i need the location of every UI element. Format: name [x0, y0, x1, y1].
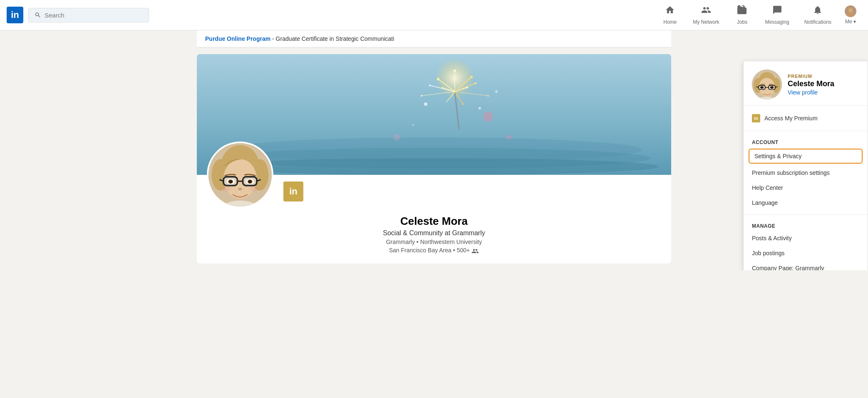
nav-notifications[interactable]: Notifications: [798, 2, 838, 28]
profile-location: San Francisco Bay Area • 500+: [207, 247, 661, 254]
badge-text: in: [289, 186, 298, 197]
search-icon: [35, 12, 41, 18]
profile-avatar: [207, 142, 273, 208]
svg-point-28: [421, 95, 422, 97]
access-premium-item[interactable]: in Access My Premium: [744, 110, 868, 127]
nav-messaging[interactable]: Messaging: [759, 2, 796, 28]
premium-badge: PREMIUM: [788, 74, 859, 79]
connections-count: 500+: [457, 247, 470, 254]
svg-point-6: [209, 158, 659, 175]
language-label: Language: [752, 199, 778, 206]
notifications-icon: [813, 5, 823, 17]
messaging-icon: [772, 5, 782, 17]
premium-subscription-label: Premium subscription settings: [752, 169, 830, 176]
svg-point-17: [437, 78, 439, 80]
svg-point-54: [249, 180, 251, 183]
profile-info: Celeste Mora Social & Community at Gramm…: [197, 208, 671, 264]
linkedin-profile-badge: in: [283, 182, 303, 201]
svg-point-33: [424, 102, 427, 106]
profile-name: Celeste Mora: [207, 215, 661, 228]
dropdown-user-info: PREMIUM Celeste Mora View profile: [788, 74, 859, 96]
nav-jobs[interactable]: Jobs: [728, 2, 757, 28]
dropdown-avatar: [752, 70, 782, 100]
nav-me[interactable]: Me ▾: [840, 2, 861, 28]
view-profile-link[interactable]: View profile: [788, 89, 859, 96]
profile-headline: Social & Community at Grammarly: [207, 229, 661, 237]
svg-point-55: [238, 188, 242, 190]
svg-point-31: [393, 134, 400, 141]
svg-point-34: [479, 107, 481, 109]
svg-point-22: [475, 82, 477, 85]
svg-point-27: [487, 95, 489, 97]
svg-point-1: [848, 8, 853, 13]
ad-banner: Purdue Online Program - Graduate Certifi…: [197, 30, 671, 47]
svg-point-21: [462, 103, 464, 105]
me-label: Me ▾: [845, 19, 856, 25]
account-section: ACCOUNT Settings & Privacy Premium subsc…: [744, 131, 868, 215]
svg-point-32: [506, 135, 511, 140]
profile-avatar-area: in: [197, 175, 671, 208]
messaging-label: Messaging: [765, 19, 789, 25]
search-input[interactable]: [45, 12, 143, 19]
company-page-label: Company Page: Grammarly: [752, 265, 824, 270]
me-avatar: [845, 5, 856, 17]
nav-home[interactable]: Home: [655, 2, 684, 28]
linkedin-logo[interactable]: in: [7, 7, 23, 23]
main-content: Purdue Online Program - Graduate Certifi…: [197, 30, 671, 270]
manage-section-label: MANAGE: [744, 219, 868, 231]
svg-point-57: [250, 186, 259, 192]
jobs-label: Jobs: [737, 19, 747, 25]
svg-point-30: [483, 112, 493, 122]
premium-subscription-item[interactable]: Premium subscription settings: [744, 165, 868, 180]
svg-point-19: [466, 87, 468, 88]
navbar: in Home My Network Jobs: [0, 0, 868, 30]
svg-point-29: [454, 70, 456, 72]
posts-activity-label: Posts & Activity: [752, 235, 792, 241]
my-network-icon: [701, 5, 711, 17]
svg-point-36: [412, 124, 414, 126]
svg-point-56: [221, 186, 231, 192]
svg-point-35: [495, 90, 498, 93]
access-premium-label: Access My Premium: [764, 115, 818, 122]
nav-items: Home My Network Jobs Messaging Notificat…: [655, 2, 861, 28]
svg-point-51: [229, 180, 232, 183]
nav-my-network[interactable]: My Network: [686, 2, 726, 28]
page-wrapper: Purdue Online Program - Graduate Certifi…: [0, 30, 868, 270]
connections-icon: [471, 247, 479, 253]
settings-privacy-label: Settings & Privacy: [754, 153, 802, 159]
account-section-label: ACCOUNT: [744, 135, 868, 147]
premium-icon: in: [752, 114, 760, 122]
home-label: Home: [663, 19, 677, 25]
svg-point-23: [429, 85, 431, 86]
svg-point-20: [441, 87, 443, 88]
jobs-icon: [737, 5, 747, 17]
job-postings-label: Job postings: [752, 250, 785, 256]
settings-privacy-item[interactable]: Settings & Privacy: [749, 149, 863, 164]
manage-section: MANAGE Posts & Activity Job postings Com…: [744, 215, 868, 270]
home-icon: [665, 5, 675, 17]
location-separator: •: [453, 247, 455, 254]
notifications-label: Notifications: [804, 19, 831, 25]
svg-point-71: [760, 86, 764, 89]
access-premium-section: in Access My Premium: [744, 106, 868, 131]
location-text: San Francisco Bay Area: [389, 247, 451, 254]
ad-link[interactable]: Purdue Online Program: [205, 35, 270, 42]
dropdown-user-name: Celeste Mora: [788, 80, 859, 88]
job-postings-item[interactable]: Job postings: [744, 246, 868, 261]
posts-activity-item[interactable]: Posts & Activity: [744, 231, 868, 246]
help-center-label: Help Center: [752, 184, 783, 191]
ad-text: - Graduate Certificate in Strategic Comm…: [270, 35, 394, 42]
company-page-item[interactable]: Company Page: Grammarly: [744, 261, 868, 270]
svg-point-72: [770, 86, 774, 89]
my-network-label: My Network: [693, 19, 719, 25]
avatar-face: [208, 142, 272, 208]
profile-card: in Celeste Mora Social & Community at Gr…: [197, 54, 671, 264]
dropdown-user-section: PREMIUM Celeste Mora View profile: [744, 61, 868, 106]
help-center-item[interactable]: Help Center: [744, 180, 868, 195]
dropdown-menu: PREMIUM Celeste Mora View profile in Acc…: [743, 61, 868, 270]
search-bar: [28, 8, 149, 22]
dropdown-avatar-face: [752, 70, 782, 100]
svg-point-18: [470, 76, 473, 78]
language-item[interactable]: Language: [744, 195, 868, 210]
profile-sub: Grammarly • Northwestern University: [207, 239, 661, 245]
